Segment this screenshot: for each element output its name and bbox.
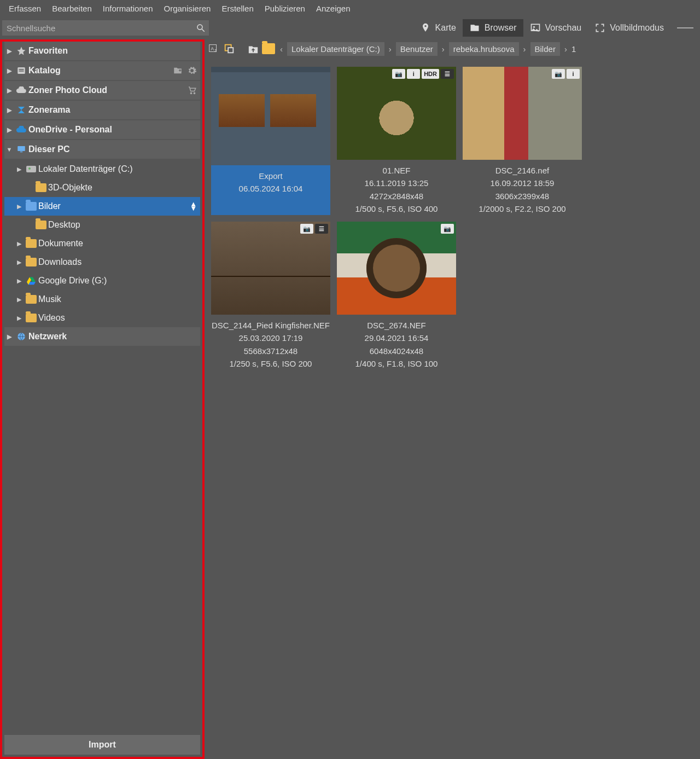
add-folder-icon[interactable]: +: [173, 66, 183, 76]
sidebar-label: Desktop: [48, 220, 197, 230]
item-caption: DSC_2144_Pied Kingfisher.NEF 25.03.2020 …: [212, 319, 330, 370]
menu-bar: Erfassen Bearbeiten Informationen Organi…: [0, 0, 700, 16]
item-caption: Export 06.05.2024 16:04: [239, 170, 303, 195]
sidebar-item-c-drive[interactable]: ▶ Lokaler Datenträger (C:): [4, 160, 200, 178]
item-dsc-2144[interactable]: 📷 ☰ DSC_2144_Pied Kingfisher.NEF 25.03.2…: [211, 222, 330, 370]
up-folder-icon[interactable]: [246, 42, 260, 56]
sidebar-label: Dieser PC: [28, 144, 197, 154]
sidebar-label: 3D-Objekte: [48, 183, 197, 193]
thumbnail-grid: Export 06.05.2024 16:04 📷 i HDR ☰: [205, 58, 700, 759]
sidebar-item-gdrive[interactable]: ▶ Google Drive (G:): [4, 271, 200, 290]
breadcrumb-seg-tail[interactable]: 1: [571, 44, 576, 54]
svg-rect-17: [228, 48, 233, 53]
onedrive-icon: [14, 126, 28, 134]
mode-vollbild[interactable]: Vollbildmodus: [588, 19, 670, 37]
search-input[interactable]: [2, 20, 209, 36]
item-dsc-2146[interactable]: 📷 i DSC_2146.nef 16.09.2012 18:59 3606x2…: [463, 67, 582, 215]
sidebar-label: Katalog: [28, 66, 173, 76]
breadcrumb-seg-benutzer[interactable]: Benutzer: [396, 42, 438, 56]
sidebar-item-favoriten[interactable]: ▶ Favoriten: [4, 42, 200, 60]
content-area: AZ ‹ Lokaler Datenträger (C:) › Benutzer…: [205, 39, 700, 759]
svg-text:Z: Z: [214, 49, 217, 53]
sidebar-item-zonerama[interactable]: ▶ Zonerama: [4, 101, 200, 119]
select-icon[interactable]: [222, 42, 236, 56]
chevron-right-icon[interactable]: ▶: [4, 67, 14, 74]
thumbnail: 📷 i HDR ☰: [337, 67, 456, 160]
breadcrumb-sep: ›: [520, 44, 529, 54]
sidebar-item-3d-objekte[interactable]: 3D-Objekte: [4, 178, 200, 197]
mode-browser[interactable]: Browser: [463, 19, 523, 37]
chevron-right-icon[interactable]: ▶: [14, 315, 24, 322]
chevron-right-icon[interactable]: ▶: [4, 48, 14, 55]
item-01-nef[interactable]: 📷 i HDR ☰ 01.NEF 16.11.2019 13:25 4272x2…: [337, 67, 456, 215]
chevron-right-icon[interactable]: ▶: [14, 296, 24, 303]
breadcrumb-seg-bilder[interactable]: Bilder: [530, 42, 560, 56]
menu-publizieren[interactable]: Publizieren: [259, 2, 311, 15]
menu-anzeigen[interactable]: Anzeigen: [311, 2, 356, 15]
sidebar-item-desktop[interactable]: Desktop: [4, 216, 200, 234]
folder-icon: [24, 202, 38, 211]
sidebar-item-netzwerk[interactable]: ▶ Netzwerk: [4, 327, 200, 346]
cloud-icon: [14, 86, 28, 94]
chevron-right-icon[interactable]: ▶: [14, 166, 24, 173]
mode-vorschau-label: Vorschau: [545, 23, 582, 33]
sidebar-item-musik[interactable]: ▶ Musik: [4, 290, 200, 309]
hdr-badge: HDR: [422, 69, 439, 79]
item-export-folder[interactable]: Export 06.05.2024 16:04: [211, 67, 330, 215]
chevron-right-icon[interactable]: ▶: [14, 240, 24, 247]
sidebar-item-zoner-cloud[interactable]: ▶ Zoner Photo Cloud: [4, 81, 200, 100]
svg-rect-6: [19, 71, 24, 72]
thumbnail: 📷 i: [463, 67, 582, 160]
item-caption: DSC_2146.nef 16.09.2012 18:59 3606x2399x…: [479, 164, 565, 215]
item-dsc-2674[interactable]: 📷 DSC_2674.NEF 29.04.2021 16:54 6048x402…: [337, 222, 456, 370]
sort-az-icon[interactable]: AZ: [207, 42, 221, 56]
menu-erfassen[interactable]: Erfassen: [3, 2, 46, 15]
menu-erstellen[interactable]: Erstellen: [216, 2, 259, 15]
gear-icon[interactable]: [187, 66, 197, 76]
sidebar-label: Dokumente: [38, 239, 197, 248]
menu-informationen[interactable]: Informationen: [97, 2, 159, 15]
cart-icon[interactable]: [187, 85, 197, 95]
sidebar: ▶ Favoriten ▶ Katalog + ▶ Zoner: [0, 39, 205, 759]
svg-rect-11: [20, 152, 23, 153]
search-icon[interactable]: [196, 23, 206, 33]
disk-icon: [24, 166, 38, 172]
sidebar-item-videos[interactable]: ▶ Videos: [4, 309, 200, 327]
star-icon: [14, 46, 28, 56]
sidebar-item-onedrive[interactable]: ▶ OneDrive - Personal: [4, 120, 200, 139]
chevron-right-icon[interactable]: ▶: [4, 87, 14, 94]
chevron-down-icon[interactable]: ▼: [4, 146, 14, 153]
breadcrumb-seg-c[interactable]: Lokaler Datenträger (C:): [287, 42, 384, 56]
folder-icon: [34, 183, 48, 192]
sidebar-item-katalog[interactable]: ▶ Katalog +: [4, 61, 200, 80]
chevron-right-icon[interactable]: ▶: [14, 259, 24, 266]
folder-icon: [24, 314, 38, 322]
mode-karte[interactable]: Karte: [413, 19, 463, 37]
chevron-right-icon[interactable]: ▶: [4, 107, 14, 114]
mode-karte-label: Karte: [435, 23, 456, 33]
sort-icon[interactable]: ▲▼: [190, 202, 197, 211]
sidebar-item-dieser-pc[interactable]: ▼ Dieser PC: [4, 140, 200, 159]
path-bar: AZ ‹ Lokaler Datenträger (C:) › Benutzer…: [205, 39, 700, 58]
info-badge-icon: i: [407, 69, 420, 79]
breadcrumb-seg-user[interactable]: rebeka.hrubsova: [449, 42, 519, 56]
camera-badge-icon: 📷: [392, 69, 405, 79]
sidebar-item-downloads[interactable]: ▶ Downloads: [4, 253, 200, 271]
sidebar-label: Favoriten: [28, 46, 197, 56]
sidebar-item-dokumente[interactable]: ▶ Dokumente: [4, 234, 200, 253]
folder-thumb: [211, 67, 330, 165]
folder-icon: [24, 239, 38, 248]
mode-vorschau[interactable]: Vorschau: [523, 19, 588, 37]
sidebar-item-bilder[interactable]: ▶ Bilder ▲▼: [4, 197, 200, 216]
chevron-right-icon[interactable]: ▶: [4, 333, 14, 340]
breadcrumb-sep: ›: [386, 44, 395, 54]
folder-icon: [261, 42, 276, 56]
search-box: [2, 20, 209, 36]
chevron-right-icon[interactable]: ▶: [4, 126, 14, 134]
chevron-right-icon[interactable]: ▶: [14, 203, 24, 210]
menu-bearbeiten[interactable]: Bearbeiten: [46, 2, 97, 15]
toolbar: Karte Browser Vorschau Vollbildmodus: [0, 16, 700, 39]
chevron-right-icon[interactable]: ▶: [14, 277, 24, 285]
menu-organisieren[interactable]: Organisieren: [159, 2, 217, 15]
import-button[interactable]: Import: [4, 735, 200, 755]
